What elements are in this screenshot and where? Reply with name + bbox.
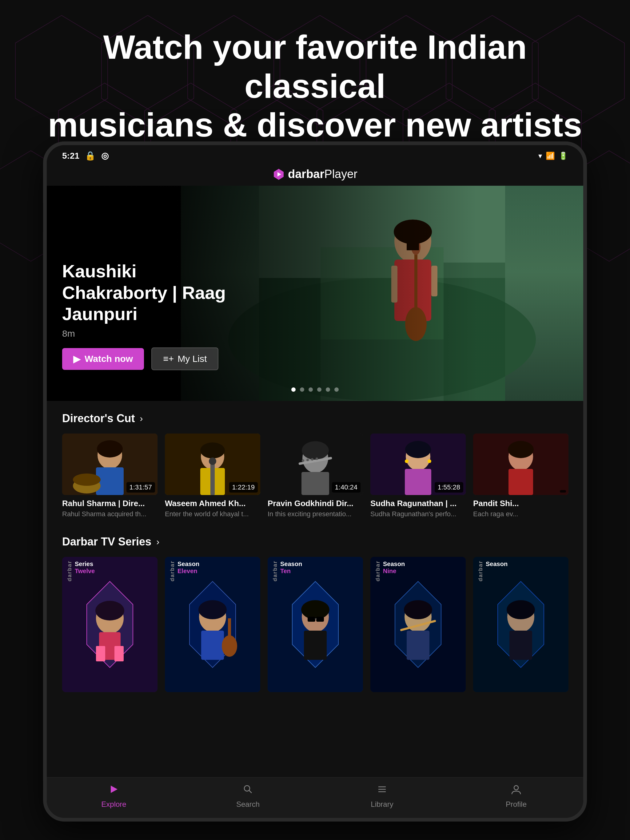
svg-point-77	[198, 600, 227, 619]
dot-3[interactable]	[309, 387, 313, 392]
dot-6[interactable]	[334, 387, 339, 392]
series-name-container-5: Season	[486, 561, 508, 568]
directors-cut-title: Director's Cut	[62, 412, 135, 425]
hero-title: Kaushiki Chakraborty | Raag Jaunpuri	[62, 261, 231, 325]
app-logo: darbarPlayer	[272, 167, 358, 181]
tv-series-list: darbar Series Twelve	[62, 557, 568, 692]
video-duration-4: 1:55:28	[435, 482, 463, 493]
tablet-device: 5:21 🔒 ◎ ▾ 📶 🔋 darbarPlayer	[43, 141, 587, 821]
series-label-4: darbar Season Nine	[375, 561, 405, 581]
nav-search[interactable]: Search	[181, 784, 315, 808]
video-card[interactable]: 1:22:19 Waseem Ahmed Kh... Enter the wor…	[165, 434, 260, 518]
video-card[interactable]: Pandit Shi... Each raga ev...	[473, 434, 568, 518]
explore-icon	[108, 784, 119, 797]
tv-series-header[interactable]: Darbar TV Series ›	[62, 535, 568, 548]
main-content[interactable]: Kaushiki Chakraborty | Raag Jaunpuri 8m …	[47, 186, 583, 777]
video-card[interactable]: 1:55:28 Sudha Ragunathan | ... Sudha Rag…	[370, 434, 466, 518]
svg-point-52	[302, 459, 304, 462]
hero-headline: Watch your favorite Indian classical mus…	[37, 28, 593, 145]
video-desc-3: In this exciting presentatio...	[268, 510, 363, 518]
svg-rect-83	[304, 631, 327, 660]
video-desc-4: Sudha Ragunathan's perfo...	[370, 510, 466, 518]
svg-rect-64	[508, 469, 533, 495]
video-thumbnail: 1:31:57	[62, 434, 157, 495]
play-icon: ▶	[73, 354, 80, 364]
video-desc-5: Each raga ev...	[473, 510, 568, 518]
svg-point-92	[404, 600, 432, 619]
series-name-highlight-1: Twelve	[75, 568, 95, 575]
svg-rect-91	[407, 631, 429, 660]
lock-icon: 🔒	[85, 151, 96, 161]
video-title-1: Rahul Sharma | Dire...	[62, 499, 157, 508]
series-label-1: darbar Series Twelve	[66, 561, 95, 581]
nav-explore[interactable]: Explore	[47, 784, 181, 808]
series-card[interactable]: darbar Season Eleven	[165, 557, 260, 692]
series-label-2: darbar Season Eleven	[169, 561, 199, 581]
video-card[interactable]: 1:31:57 Rahul Sharma | Dire... Rahul Sha…	[62, 434, 157, 518]
video-desc-2: Enter the world of khayal t...	[165, 510, 260, 518]
dot-5[interactable]	[326, 387, 330, 392]
svg-rect-45	[211, 461, 215, 495]
svg-point-98	[507, 600, 535, 619]
profile-label: Profile	[506, 800, 527, 808]
directors-cut-arrow[interactable]: ›	[140, 413, 143, 424]
series-name-container-3: Season Ten	[280, 561, 302, 575]
series-name-highlight-4: Nine	[383, 568, 405, 575]
nav-library[interactable]: Library	[315, 784, 449, 808]
tv-series-arrow[interactable]: ›	[156, 537, 159, 547]
search-label: Search	[236, 800, 260, 808]
svg-rect-76	[201, 631, 224, 660]
dot-4[interactable]	[317, 387, 321, 392]
profile-icon	[511, 784, 522, 797]
bottom-navigation: Explore Search	[47, 777, 583, 818]
watch-now-button[interactable]: ▶ Watch now	[62, 348, 144, 370]
svg-point-105	[514, 786, 518, 790]
hero-banner[interactable]: Kaushiki Chakraborty | Raag Jaunpuri 8m …	[47, 186, 583, 401]
series-name-prefix-5: Season	[486, 561, 508, 568]
series-name-highlight-2: Eleven	[177, 568, 199, 575]
svg-point-70	[95, 601, 124, 621]
library-label: Library	[371, 800, 393, 808]
add-list-icon: ≡+	[163, 354, 174, 364]
darbar-logo-icon	[272, 168, 285, 180]
series-card[interactable]: darbar Season Ten	[268, 557, 363, 692]
series-label-3: darbar Season Ten	[272, 561, 302, 581]
svg-point-38	[97, 440, 123, 458]
video-thumbnail	[473, 434, 568, 495]
svg-point-50	[302, 441, 329, 459]
nav-profile[interactable]: Profile	[449, 784, 583, 808]
sync-icon: ◎	[101, 151, 109, 161]
svg-point-59	[405, 441, 431, 458]
series-name-prefix-2: Season	[177, 561, 199, 568]
search-icon	[242, 784, 253, 797]
thumb-image-5	[473, 434, 568, 495]
dot-1[interactable]	[291, 387, 296, 392]
directors-cut-section: Director's Cut ›	[47, 401, 583, 524]
battery-icon: 🔋	[559, 152, 568, 160]
video-duration-5	[560, 490, 566, 493]
svg-point-60	[405, 459, 408, 463]
series-darbar-label-3: darbar	[272, 561, 279, 581]
video-thumbnail: 1:22:19	[165, 434, 260, 495]
svg-point-55	[316, 458, 318, 460]
video-duration-1: 1:31:57	[127, 482, 155, 493]
series-card[interactable]: darbar Season Nine	[370, 557, 466, 692]
video-card[interactable]: 1:40:24 Pravin Godkhindi Dir... In this …	[268, 434, 363, 518]
svg-point-84	[301, 600, 329, 619]
status-bar: 5:21 🔒 ◎ ▾ 📶 🔋	[47, 145, 583, 164]
svg-rect-71	[96, 646, 105, 662]
video-title-5: Pandit Shi...	[473, 499, 568, 508]
series-card[interactable]: darbar Series Twelve	[62, 557, 157, 692]
svg-rect-72	[114, 646, 123, 662]
series-name-prefix-3: Season	[280, 561, 302, 568]
tablet-screen: 5:21 🔒 ◎ ▾ 📶 🔋 darbarPlayer	[47, 145, 583, 818]
my-list-button[interactable]: ≡+ My List	[151, 347, 218, 370]
svg-rect-87	[315, 618, 317, 619]
series-name-highlight-3: Ten	[280, 568, 302, 575]
svg-marker-99	[111, 786, 117, 793]
dot-2[interactable]	[300, 387, 304, 392]
series-card[interactable]: darbar Season	[473, 557, 568, 692]
directors-cut-header[interactable]: Director's Cut ›	[62, 412, 568, 425]
svg-line-101	[249, 791, 252, 793]
svg-point-65	[508, 441, 534, 458]
